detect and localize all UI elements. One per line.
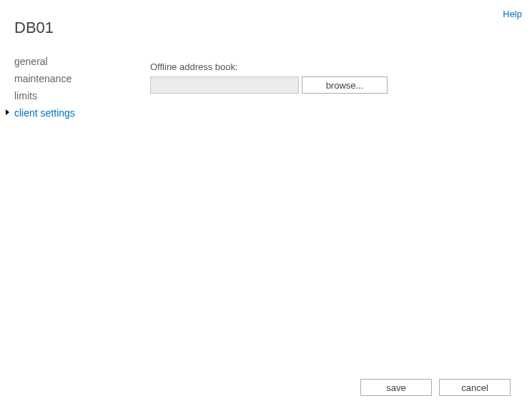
- nav-item-limits[interactable]: limits: [14, 87, 129, 104]
- oab-input[interactable]: [150, 76, 299, 94]
- content-panel: Offline address book: browse...: [150, 61, 518, 94]
- nav-item-client-settings[interactable]: client settings: [14, 104, 129, 122]
- page-title: DB01: [14, 19, 54, 37]
- oab-row: browse...: [150, 76, 518, 94]
- nav-item-maintenance[interactable]: maintenance: [14, 70, 129, 87]
- nav-item-label: maintenance: [14, 73, 72, 84]
- nav-item-label: general: [14, 56, 48, 67]
- nav-item-general[interactable]: general: [14, 53, 129, 70]
- nav-item-label: client settings: [14, 107, 75, 119]
- caret-right-icon: [6, 109, 9, 115]
- sidebar-nav: general maintenance limits client settin…: [14, 53, 129, 122]
- save-button[interactable]: save: [360, 379, 432, 396]
- nav-item-label: limits: [14, 90, 37, 102]
- cancel-button[interactable]: cancel: [439, 379, 511, 396]
- help-link[interactable]: Help: [503, 9, 522, 19]
- oab-label: Offline address book:: [150, 61, 518, 72]
- footer-buttons: save cancel: [360, 379, 511, 396]
- browse-button[interactable]: browse...: [302, 76, 388, 94]
